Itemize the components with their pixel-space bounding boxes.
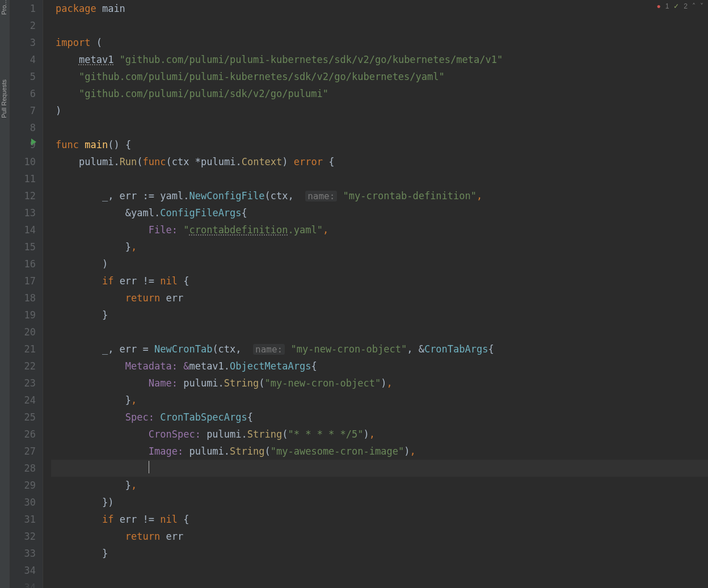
token-punct: , [386, 377, 392, 389]
code-line[interactable]: pulumi.Run(func(ctx *pulumi.Context) err… [51, 153, 708, 170]
token-field: Name: [149, 377, 183, 389]
line-number[interactable]: 2 [10, 17, 43, 34]
code-line[interactable]: ) [51, 255, 708, 272]
line-number[interactable]: 1 [10, 0, 43, 17]
line-number[interactable]: 27 [10, 443, 43, 460]
inlay-hint: name: [305, 191, 337, 201]
line-number[interactable]: 19 [10, 306, 43, 324]
code-editor[interactable]: package main import ( metav1 "github.com… [51, 0, 708, 588]
line-number[interactable]: 26 [10, 426, 43, 443]
code-line[interactable]: "github.com/pulumi/pulumi-kubernetes/sdk… [51, 68, 708, 85]
line-number[interactable]: 28 [10, 460, 43, 477]
line-number[interactable]: 21 [10, 341, 43, 358]
code-line[interactable]: }, [51, 477, 708, 494]
code-line[interactable]: Spec: CronTabSpecArgs{ [51, 409, 708, 426]
token-punct: { [242, 207, 247, 219]
code-line[interactable]: return err [51, 289, 708, 306]
code-line[interactable]: Name: pulumi.String("my-new-cron-object"… [51, 375, 708, 392]
line-number[interactable]: 33 [10, 545, 43, 562]
token-method: String [224, 377, 259, 389]
warning-icon: ✓ [673, 2, 679, 10]
token-identifier: err [120, 275, 137, 287]
token-identifier: err [120, 514, 137, 525]
code-line[interactable]: }, [51, 392, 708, 409]
code-line[interactable] [51, 17, 708, 34]
sidebar-tab-project[interactable]: Pro... [1, 0, 7, 15]
token-punct: } [125, 241, 131, 253]
line-number[interactable]: 22 [10, 358, 43, 375]
code-line[interactable]: if err != nil { [51, 511, 708, 528]
code-line[interactable]: package main [51, 0, 708, 17]
code-line[interactable]: _, err = NewCronTab(ctx, name: "my-new-c… [51, 341, 708, 358]
code-line[interactable]: "github.com/pulumi/pulumi/sdk/v2/go/pulu… [51, 85, 708, 102]
token-identifier: err [166, 292, 184, 304]
code-line[interactable]: }, [51, 238, 708, 255]
chevron-down-icon[interactable]: ˅ [700, 2, 703, 10]
code-line[interactable]: import ( [51, 34, 708, 51]
token-type: Context [242, 156, 283, 167]
code-line[interactable] [51, 119, 708, 136]
line-number[interactable]: 23 [10, 375, 43, 392]
sidebar-tab-pull-requests[interactable]: Pull Requests [1, 79, 7, 118]
line-number[interactable]: 3 [10, 34, 43, 51]
line-number[interactable]: 9 [10, 136, 43, 153]
code-line[interactable]: Image: pulumi.String("my-awesome-cron-im… [51, 443, 708, 460]
line-number[interactable]: 12 [10, 187, 43, 204]
line-number[interactable]: 24 [10, 392, 43, 409]
code-line[interactable]: _, err := yaml.NewConfigFile(ctx, name: … [51, 187, 708, 204]
line-number[interactable]: 34 [10, 579, 43, 588]
line-number[interactable]: 15 [10, 238, 43, 255]
line-number[interactable]: 25 [10, 409, 43, 426]
token-identifier: pulumi [79, 156, 113, 167]
line-number[interactable]: 7 [10, 102, 43, 119]
line-number[interactable]: 20 [10, 324, 43, 341]
token-string: "github.com/pulumi/pulumi/sdk/v2/go/pulu… [79, 88, 328, 99]
line-number[interactable]: 34 [10, 562, 43, 579]
token-field: File: [149, 224, 178, 236]
line-number[interactable]: 30 [10, 494, 43, 511]
code-line[interactable] [51, 170, 708, 187]
code-line[interactable]: Metadata: &metav1.ObjectMetaArgs{ [51, 358, 708, 375]
code-line[interactable]: func main() { [51, 136, 708, 153]
line-number[interactable]: 17 [10, 272, 43, 289]
play-icon[interactable] [31, 138, 36, 145]
code-line[interactable]: CronSpec: pulumi.String("* * * * */5"), [51, 426, 708, 443]
token-string: "github.com/pulumi/pulumi-kubernetes/sdk… [79, 71, 445, 82]
code-line[interactable]: } [51, 306, 708, 324]
token-keyword: nil [160, 514, 178, 525]
line-number[interactable]: 4 [10, 51, 43, 68]
code-line[interactable]: &yaml.ConfigFileArgs{ [51, 204, 708, 221]
token-identifier: yaml [131, 207, 154, 219]
chevron-up-icon[interactable]: ˄ [692, 2, 696, 10]
token-punct: , [131, 241, 137, 253]
code-line[interactable]: } [51, 545, 708, 562]
inspection-widget[interactable]: ●1 ✓2 ˄ ˅ [656, 2, 703, 10]
token-identifier: _, err := [102, 190, 160, 201]
code-line[interactable] [51, 324, 708, 341]
line-number[interactable]: 13 [10, 204, 43, 221]
line-number[interactable]: 6 [10, 85, 43, 102]
token-punct: { [311, 360, 317, 372]
token-string: "my-crontab-definition" [343, 190, 477, 201]
inlay-hint: name: [253, 344, 285, 355]
line-number[interactable]: 29 [10, 477, 43, 494]
code-line[interactable] [51, 460, 708, 477]
code-line[interactable]: return err [51, 528, 708, 545]
token-string: "my-new-cron-object" [265, 377, 381, 389]
code-line[interactable]: }) [51, 494, 708, 511]
line-number[interactable]: 18 [10, 289, 43, 306]
line-number[interactable]: 16 [10, 255, 43, 272]
line-number[interactable]: 5 [10, 68, 43, 85]
code-line[interactable]: metav1 "github.com/pulumi/pulumi-kuberne… [51, 51, 708, 68]
token-method: Run [120, 156, 137, 167]
code-line[interactable]: if err != nil { [51, 272, 708, 289]
line-number[interactable]: 32 [10, 528, 43, 545]
line-number[interactable]: 31 [10, 511, 43, 528]
code-line[interactable]: ) [51, 102, 708, 119]
line-number[interactable]: 14 [10, 221, 43, 238]
token-keyword: if [102, 514, 113, 525]
line-number[interactable]: 8 [10, 119, 43, 136]
line-number[interactable]: 11 [10, 170, 43, 187]
line-number[interactable]: 10 [10, 153, 43, 170]
code-line[interactable]: File: "crontabdefinition.yaml", [51, 221, 708, 238]
